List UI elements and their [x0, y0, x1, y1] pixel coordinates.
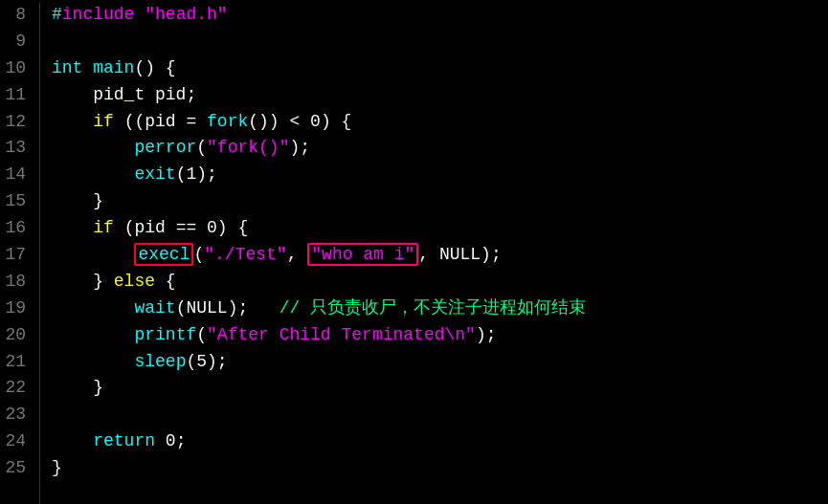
- line-num-21: 21: [0, 349, 32, 376]
- line-10: int main() {: [52, 55, 828, 82]
- line-19: wait(NULL); // 只负责收尸，不关注子进程如何结束: [52, 296, 828, 322]
- line-num-15: 15: [0, 188, 32, 215]
- line-num-25: 25: [0, 455, 32, 482]
- line-num-19: 19: [0, 296, 32, 322]
- line-num-17: 17: [0, 242, 32, 269]
- line-23: [52, 402, 828, 428]
- line-numbers: 8 9 10 11 12 13 14 15 16 17 18 19 20 21 …: [0, 2, 40, 504]
- code-editor: 8 9 10 11 12 13 14 15 16 17 18 19 20 21 …: [0, 0, 828, 504]
- line-17: execl("./Test", "who am i", NULL);: [52, 242, 828, 269]
- line-13: perror("fork()");: [52, 135, 828, 162]
- who-am-i-highlight: "who am i": [307, 243, 418, 266]
- line-22: }: [52, 375, 828, 402]
- line-num-10: 10: [0, 55, 32, 82]
- line-24: return 0;: [52, 428, 828, 455]
- line-num-24: 24: [0, 428, 32, 455]
- line-14: exit(1);: [52, 162, 828, 188]
- line-9: [52, 29, 828, 55]
- line-21: sleep(5);: [52, 349, 828, 376]
- line-8: #include "head.h": [52, 2, 828, 29]
- execl-highlight: execl: [134, 243, 193, 266]
- code-content: #include "head.h" int main() { pid_t pid…: [40, 2, 828, 504]
- line-num-9: 9: [0, 29, 32, 55]
- line-20: printf("After Child Terminated\n");: [52, 322, 828, 349]
- line-num-8: 8: [0, 2, 32, 29]
- line-num-14: 14: [0, 162, 32, 188]
- line-num-16: 16: [0, 215, 32, 242]
- line-25: }: [52, 455, 828, 482]
- line-16: if (pid == 0) {: [52, 215, 828, 242]
- line-num-12: 12: [0, 109, 32, 136]
- line-12: if ((pid = fork()) < 0) {: [52, 109, 828, 136]
- line-num-20: 20: [0, 322, 32, 349]
- line-num-23: 23: [0, 402, 32, 428]
- line-15: }: [52, 188, 828, 215]
- line-18: } else {: [52, 269, 828, 296]
- line-11: pid_t pid;: [52, 82, 828, 109]
- line-num-18: 18: [0, 269, 32, 296]
- line-num-22: 22: [0, 375, 32, 402]
- line-num-13: 13: [0, 135, 32, 162]
- line-num-11: 11: [0, 82, 32, 109]
